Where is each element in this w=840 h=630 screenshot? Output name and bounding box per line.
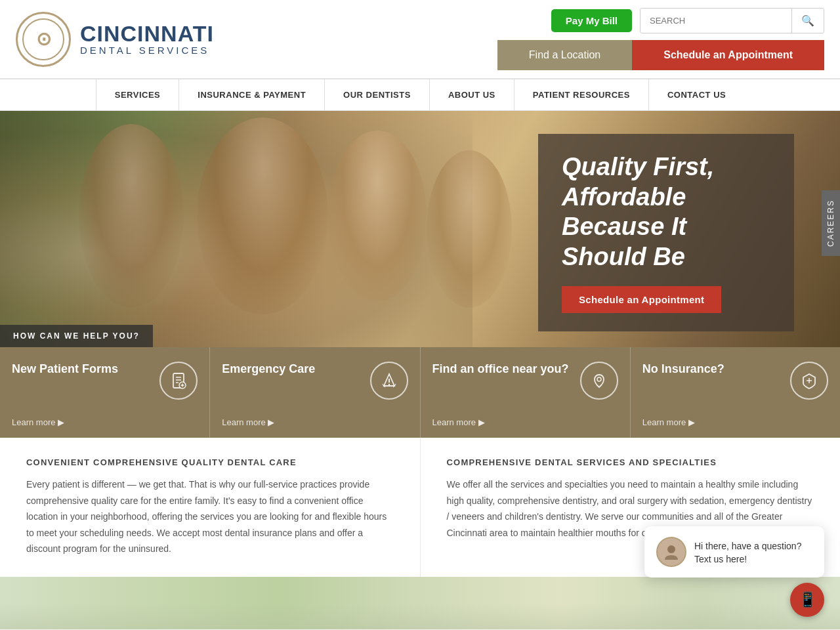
hero-schedule-button[interactable]: Schedule an Appointment — [562, 286, 721, 313]
search-input[interactable] — [640, 9, 791, 33]
chat-widget: Hi there, have a question? Text us here! — [644, 526, 824, 578]
svg-point-12 — [667, 545, 675, 553]
find-office-link[interactable]: Learn more ▶ — [432, 417, 618, 427]
emergency-title: Emergency Care — [222, 362, 364, 377]
mobile-chat-icon: 📱 — [799, 591, 816, 608]
hero-heading: Quality First, Affordable Because It Sho… — [562, 152, 770, 272]
find-location-button[interactable]: Find a Location — [497, 40, 632, 70]
feature-cards: New Patient Forms Learn more ▶ Emergency… — [0, 347, 840, 438]
content-right-title: COMPREHENSIVE DENTAL SERVICES AND SPECIA… — [447, 457, 814, 467]
header-bottom-actions: Find a Location Schedule an Appointment — [497, 40, 824, 70]
search-bar: 🔍 — [640, 8, 824, 33]
content-left-text: Every patient is different — we get that… — [26, 476, 394, 557]
content-left: CONVENIENT COMPREHENSIVE QUALITY DENTAL … — [0, 438, 421, 577]
logo-icon: ⊙ — [16, 12, 71, 67]
header: ⊙ CINCINNATI DENTAL SERVICES Pay My Bill… — [0, 0, 840, 79]
new-patient-icon — [159, 362, 198, 400]
no-insurance-link[interactable]: Learn more ▶ — [642, 417, 828, 427]
schedule-appointment-button[interactable]: Schedule an Appointment — [632, 40, 824, 70]
svg-point-9 — [597, 377, 601, 381]
chat-avatar — [656, 537, 686, 567]
search-button[interactable]: 🔍 — [791, 9, 824, 33]
new-patient-title: New Patient Forms — [12, 362, 154, 377]
chat-text: Hi there, have a question? Text us here! — [694, 537, 812, 566]
feature-card-emergency[interactable]: Emergency Care Learn more ▶ — [210, 347, 420, 438]
emergency-icon — [370, 362, 408, 400]
hero-help-bar: HOW CAN WE HELP YOU? — [0, 325, 153, 347]
map-section — [0, 577, 840, 629]
find-office-title: Find an office near you? — [432, 362, 575, 377]
nav-item-services[interactable]: SERVICES — [96, 79, 180, 110]
nav-item-contact[interactable]: CONTACT US — [649, 79, 744, 110]
feature-card-no-insurance[interactable]: No Insurance? Learn more ▶ — [631, 347, 840, 438]
logo-subtitle: DENTAL SERVICES — [80, 45, 214, 56]
feature-card-new-patient[interactable]: New Patient Forms Learn more ▶ — [0, 347, 210, 438]
hero-section: Quality First, Affordable Because It Sho… — [0, 111, 840, 347]
chat-mobile-button[interactable]: 📱 — [790, 583, 824, 617]
svg-point-8 — [388, 384, 389, 385]
new-patient-link[interactable]: Learn more ▶ — [12, 417, 198, 427]
header-top-actions: Pay My Bill 🔍 — [551, 8, 824, 33]
careers-sidebar[interactable]: Careers — [822, 190, 840, 256]
emergency-link[interactable]: Learn more ▶ — [222, 417, 408, 427]
nav-item-insurance[interactable]: INSURANCE & PAYMENT — [179, 79, 325, 110]
nav-item-about[interactable]: ABOUT US — [430, 79, 514, 110]
main-nav: SERVICES INSURANCE & PAYMENT OUR DENTIST… — [0, 79, 840, 111]
hero-face3 — [328, 131, 427, 301]
hero-left-overlay — [0, 111, 328, 347]
no-insurance-title: No Insurance? — [642, 362, 785, 377]
nav-item-dentists[interactable]: OUR DENTISTS — [325, 79, 430, 110]
header-right: Pay My Bill 🔍 Find a Location Schedule a… — [497, 8, 824, 70]
hero-text-box: Quality First, Affordable Because It Sho… — [538, 134, 794, 331]
pay-bill-button[interactable]: Pay My Bill — [551, 9, 632, 32]
logo-area: ⊙ CINCINNATI DENTAL SERVICES — [16, 12, 214, 67]
find-office-icon — [580, 362, 618, 400]
nav-item-patient-resources[interactable]: PATIENT RESOURCES — [514, 79, 649, 110]
no-insurance-icon — [790, 362, 828, 400]
logo-title: CINCINNATI — [80, 22, 214, 45]
logo-text: CINCINNATI DENTAL SERVICES — [80, 22, 214, 56]
hero-face4 — [427, 150, 512, 308]
feature-card-find-office[interactable]: Find an office near you? Learn more ▶ — [421, 347, 631, 438]
content-left-title: CONVENIENT COMPREHENSIVE QUALITY DENTAL … — [26, 457, 394, 467]
